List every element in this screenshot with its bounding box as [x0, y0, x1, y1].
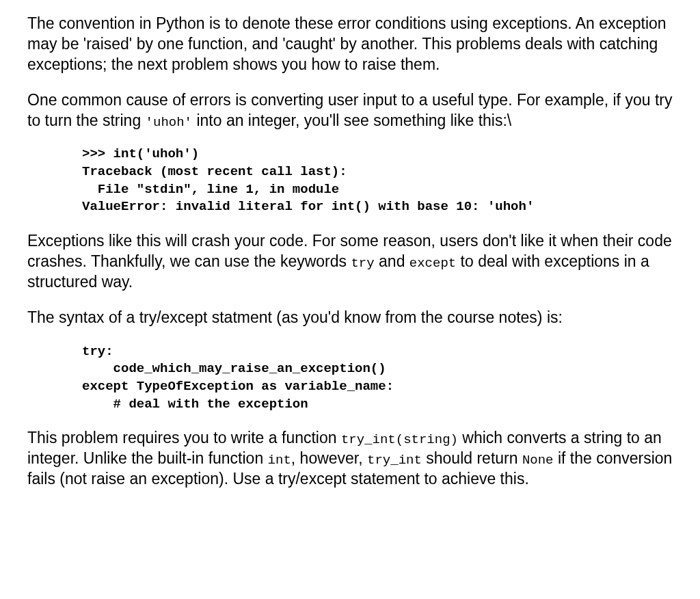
inline-code: except [409, 256, 456, 271]
code-block-syntax: try: code_which_may_raise_an_exception()… [82, 343, 673, 414]
inline-code: None [522, 453, 554, 468]
text-segment: , however, [291, 449, 367, 467]
paragraph-try-except: Exceptions like this will crash your cod… [27, 231, 673, 293]
inline-code: try_int(string) [341, 432, 458, 447]
code-block-traceback: >>> int('uhoh') Traceback (most recent c… [82, 146, 673, 216]
text-segment: and [375, 252, 409, 270]
paragraph-problem: This problem requires you to write a fun… [27, 428, 673, 490]
paragraph-intro: The convention in Python is to denote th… [27, 14, 673, 75]
inline-code: try [351, 256, 374, 271]
inline-code: 'uhoh' [146, 115, 192, 130]
text-segment: into an integer, you'll see something li… [192, 111, 511, 129]
text-segment: This problem requires you to write a fun… [27, 429, 341, 447]
inline-code: int [268, 453, 291, 468]
paragraph-syntax-intro: The syntax of a try/except statment (as … [27, 308, 673, 328]
inline-code: try_int [367, 453, 422, 468]
text-segment: should return [422, 449, 522, 467]
paragraph-user-input: One common cause of errors is converting… [27, 90, 673, 131]
